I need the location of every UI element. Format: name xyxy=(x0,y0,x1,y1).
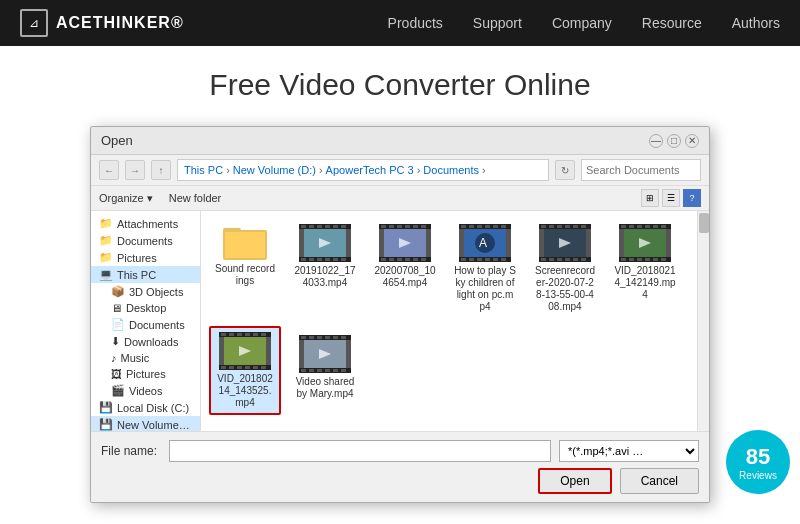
svg-rect-113 xyxy=(333,336,338,339)
breadcrumb-apowertech[interactable]: ApowerTech PC 3 xyxy=(326,164,414,176)
sidebar-item-music[interactable]: ♪ Music xyxy=(91,350,200,366)
new-folder-btn[interactable]: New folder xyxy=(169,192,222,204)
nav-company[interactable]: Company xyxy=(552,15,612,31)
sidebar-item-attachments[interactable]: 📁 Attachments xyxy=(91,215,200,232)
file-item-vid2[interactable]: 20200708_104654.mp4 xyxy=(369,219,441,318)
file-name-label: File name: xyxy=(101,444,161,458)
open-btn[interactable]: Open xyxy=(538,468,611,494)
svg-rect-109 xyxy=(301,336,306,339)
page-title: Free Video Converter Online xyxy=(0,68,800,102)
up-btn[interactable]: ↑ xyxy=(151,160,171,180)
view-toggle-btn[interactable]: ⊞ xyxy=(641,189,659,207)
organize-btn[interactable]: Organize ▾ xyxy=(99,192,153,205)
download-icon: ⬇ xyxy=(111,335,120,348)
svg-rect-65 xyxy=(549,258,554,261)
svg-rect-50 xyxy=(493,258,498,261)
videos-icon: 🎬 xyxy=(111,384,125,397)
logo-text: ACETHINKER® xyxy=(56,14,184,32)
svg-rect-79 xyxy=(653,225,658,228)
dialog-controls: — □ ✕ xyxy=(649,134,699,148)
dialog-maximize-btn[interactable]: □ xyxy=(667,134,681,148)
pictures-icon: 🖼 xyxy=(111,368,122,380)
svg-rect-94 xyxy=(237,333,242,336)
sidebar-item-newvolume[interactable]: 💾 New Volume (D:… xyxy=(91,416,200,431)
svg-rect-102 xyxy=(253,366,258,369)
svg-rect-26 xyxy=(405,225,410,228)
file-item-vid7[interactable]: Video shared by Mary.mp4 xyxy=(289,330,361,405)
help-btn[interactable]: ? xyxy=(683,189,701,207)
svg-rect-44 xyxy=(493,225,498,228)
svg-rect-10 xyxy=(333,225,338,228)
reviews-badge[interactable]: 85 Reviews xyxy=(726,430,790,494)
file-item-vid6-selected[interactable]: VID_20180214_143525.mp4 xyxy=(209,326,281,415)
logo-area: ⊿ ACETHINKER® xyxy=(20,9,184,37)
svg-rect-43 xyxy=(485,225,490,228)
file-item-vid5[interactable]: VID_20180214_142149.mp4 xyxy=(609,219,681,318)
svg-rect-13 xyxy=(309,258,314,261)
svg-rect-93 xyxy=(229,333,234,336)
svg-rect-110 xyxy=(309,336,314,339)
sidebar-item-thispc[interactable]: 💻 This PC xyxy=(91,266,200,283)
svg-rect-86 xyxy=(661,258,666,261)
file-item-vid3[interactable]: A How to play Sky children of light on p… xyxy=(449,219,521,318)
forward-btn[interactable]: → xyxy=(125,160,145,180)
svg-rect-101 xyxy=(245,366,250,369)
refresh-btn[interactable]: ↻ xyxy=(555,160,575,180)
svg-rect-119 xyxy=(333,369,338,372)
file-item-vid1[interactable]: 20191022_174033.mp4 xyxy=(289,219,361,318)
dialog-body: 📁 Attachments 📁 Documents 📁 Pictures 💻 T… xyxy=(91,211,709,431)
sidebar-item-pictures-2[interactable]: 🖼 Pictures xyxy=(91,366,200,382)
svg-rect-61 xyxy=(565,225,570,228)
dialog-close-btn[interactable]: ✕ xyxy=(685,134,699,148)
sidebar-item-desktop[interactable]: 🖥 Desktop xyxy=(91,300,200,316)
svg-rect-62 xyxy=(573,225,578,228)
sidebar-item-videos[interactable]: 🎬 Videos xyxy=(91,382,200,399)
svg-rect-83 xyxy=(637,258,642,261)
svg-rect-116 xyxy=(309,369,314,372)
svg-rect-103 xyxy=(261,366,266,369)
dialog-buttons-row: Open Cancel xyxy=(101,468,699,494)
scroll-thumb[interactable] xyxy=(699,213,709,233)
svg-rect-31 xyxy=(397,258,402,261)
file-item-sound[interactable]: Sound recordings xyxy=(209,219,281,318)
svg-rect-29 xyxy=(381,258,386,261)
music-icon: ♪ xyxy=(111,352,117,364)
video-thumb-4 xyxy=(539,224,591,262)
file-item-vid4[interactable]: Screenrecorder-2020-07-28-13-55-00-408.m… xyxy=(529,219,601,318)
video-thumb-6 xyxy=(219,332,271,370)
scrollbar[interactable] xyxy=(697,211,709,431)
sidebar-item-documents-1[interactable]: 📁 Documents xyxy=(91,232,200,249)
dialog-bottom: File name: *(*.mp4;*.avi … Open Cancel xyxy=(91,431,709,502)
nav-authors[interactable]: Authors xyxy=(732,15,780,31)
breadcrumb-newvolume[interactable]: New Volume (D:) xyxy=(233,164,316,176)
svg-rect-51 xyxy=(501,258,506,261)
sidebar-item-pictures-1[interactable]: 📁 Pictures xyxy=(91,249,200,266)
pc-icon: 💻 xyxy=(99,268,113,281)
sidebar-item-documents-2[interactable]: 📄 Documents xyxy=(91,316,200,333)
sidebar-item-downloads[interactable]: ⬇ Downloads xyxy=(91,333,200,350)
nav-support[interactable]: Support xyxy=(473,15,522,31)
svg-rect-80 xyxy=(661,225,666,228)
svg-rect-34 xyxy=(421,258,426,261)
dialog-minimize-btn[interactable]: — xyxy=(649,134,663,148)
svg-rect-96 xyxy=(253,333,258,336)
sidebar-item-3dobjects[interactable]: 📦 3D Objects xyxy=(91,283,200,300)
file-name-input[interactable] xyxy=(169,440,551,462)
breadcrumb-thispc[interactable]: This PC xyxy=(184,164,223,176)
svg-rect-77 xyxy=(637,225,642,228)
file-type-select[interactable]: *(*.mp4;*.avi … xyxy=(559,440,699,462)
video-thumb-3: A xyxy=(459,224,511,262)
disk-icon: 💾 xyxy=(99,418,113,431)
nav-products[interactable]: Products xyxy=(388,15,443,31)
reviews-label: Reviews xyxy=(739,470,777,481)
sidebar-item-localc[interactable]: 💾 Local Disk (C:) xyxy=(91,399,200,416)
breadcrumb-documents[interactable]: Documents xyxy=(423,164,479,176)
search-input[interactable] xyxy=(581,159,701,181)
nav-resource[interactable]: Resource xyxy=(642,15,702,31)
view-list-btn[interactable]: ☰ xyxy=(662,189,680,207)
svg-rect-76 xyxy=(629,225,634,228)
svg-rect-67 xyxy=(565,258,570,261)
back-btn[interactable]: ← xyxy=(99,160,119,180)
cancel-btn[interactable]: Cancel xyxy=(620,468,699,494)
svg-rect-46 xyxy=(461,258,466,261)
